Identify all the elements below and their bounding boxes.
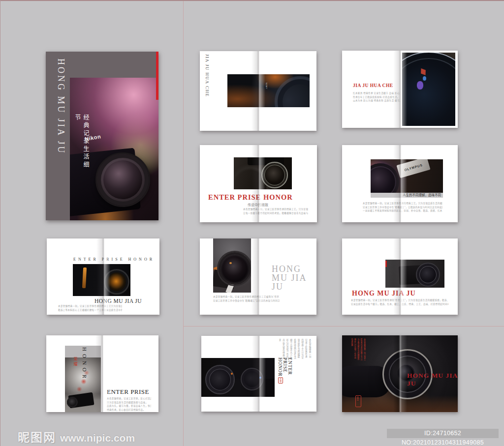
lens-topdown-photo (213, 238, 251, 293)
spread-title: ENTER PRISE (107, 388, 149, 396)
lens-closeup-photo (402, 53, 455, 126)
page-fold (252, 238, 265, 315)
lenses-photo (201, 358, 275, 397)
camera-lens-shape (261, 162, 288, 188)
seal-icon (278, 377, 283, 384)
vertical-title: ENTER PRISE HONOR (278, 357, 292, 390)
spread-mid-middle: ENTER PRISE HONOR 传说中的雅致 木色至臻经典一刻，记录工匠世界… (200, 145, 317, 222)
strip-accent-text: 荣耀 (72, 357, 78, 374)
dark-lens-photo: HONG MU JIA JU 木色至臻经典一刻 记录工匠世界传承的经典工艺 只为… (342, 335, 458, 412)
body-text-line: 以木为本 匠心为魂 经典永恒 品质生活 细节之美尽显不凡。 (353, 99, 400, 103)
camera-brand-label: OLYMPUS (397, 159, 431, 178)
vertical-body-text: 木色至臻经典一刻 记录工匠世界传承的经典工艺 只为呈现品质生活的细腻质感 匠心打… (350, 338, 366, 361)
camera-lens-shape (219, 252, 251, 285)
spread-r3-right: HONG MU JIA JU 木是至臻经典一刻，记录工匠世界传承的“传世工艺”，… (342, 238, 458, 315)
camera-lens-shape (402, 53, 455, 126)
body-text-line: 木色至臻经典，记录工匠世界，匠心打造品质，传承百年，记录生活细节之美每一刻， (107, 397, 151, 401)
site-url-text: www.nipic.com (60, 432, 135, 444)
body-text-line: 让每一处细节都经得起时间的考验，精雕细琢尽显非凡品味与格调。 (243, 211, 308, 215)
cover-tagline: 经典记录生活细节 (73, 114, 90, 173)
spread-title: HONG MU JIA JU (407, 372, 458, 387)
camera-lens-shape (205, 365, 235, 394)
body-text-line: 记录工匠世界工序中领会中生“精雕细工”让精选的木纹与时间沉淀共同成就不凡品质。 (213, 299, 280, 303)
body-text-line: 木色至臻经典一刻，记录工匠世界传承的经典工艺，只为呈现品质生活的细腻质感，经典记… (243, 208, 308, 211)
spread-heading: ENTER PRISE HONOR (208, 193, 293, 202)
top-border-line (0, 0, 504, 1)
left-border-line (0, 0, 0, 446)
grid-divider-horizontal (183, 326, 504, 327)
spread-title-line: MU JIA JU (272, 273, 316, 291)
red-accent-tick (385, 261, 387, 267)
body-text-line: 一丝丝细工不断发挥材料特质的匠心，原创、朴中自然、精选、质感、红木、品质特有。 (363, 209, 442, 213)
spread-r4-middle: ENTER PRISE HONOR 木色至臻经典一刻 记录工匠世界传承的经典工艺… (201, 336, 316, 412)
body-text-line: 传承百年工艺精选优质原料 打造品质生活， (353, 95, 400, 99)
body-text-line: 经典传承，匠心依旧打造经典作品。 (107, 408, 151, 412)
lens-accent-dot (231, 373, 233, 375)
grid-divider-vertical (183, 1, 184, 446)
body-text-line: 木是至臻经典一刻，记录工匠世界传承的经典工艺被称为“传世工艺”，只为呈现品质生活… (213, 295, 280, 299)
sony-camera-photo: SONY (227, 74, 310, 107)
camera-strap-photo (234, 157, 292, 189)
spread-kicker: ENTER PRISE HONOR (73, 257, 155, 262)
body-text-line: 只为呈现品质生活的细腻质感与品味， (107, 401, 151, 405)
spread-title-line: HONG (272, 265, 316, 273)
spread-title: HONG MU JIA JU (94, 298, 142, 304)
fujifilm-camera-photo (385, 260, 444, 288)
camera-lens-shape (104, 269, 129, 295)
camera-orange-photo (73, 264, 130, 296)
camera-lens-shape (241, 368, 263, 390)
cover-red-accent-bar (156, 52, 158, 100)
bokeh-light-shape (423, 76, 426, 81)
site-logo-text: 昵图网 (18, 428, 56, 445)
camera-lens-shape (416, 263, 440, 287)
camera-lens-shape (371, 163, 399, 193)
lens-accent-dot (259, 377, 261, 379)
body-text-line: 精选上等木料匠心工艺细细打磨每一个工序记录品质生活中的每个细节之美。 (58, 308, 122, 312)
spread-heading: JIA JU HUA CHE (353, 83, 393, 88)
olympus-camera-photo: OLYMPUS (371, 159, 443, 193)
body-text-line: 木是至臻经典一刻，记录工匠世界传承的“传世工艺”，只为呈现品质生活的细腻质感，精… (351, 298, 448, 302)
body-text-line: 木是至臻经典一刻，记录工匠世界传承的经典工艺，只为呈现品质生活的细腻质感，匠心打… (363, 202, 442, 206)
vertical-title-line: HONOR (278, 357, 283, 390)
spread-mid-right: OLYMPUS 人生的不同理解，品味不同 木是至臻经典一刻，记录工匠世界传承的经… (342, 145, 458, 222)
spread-r3-middle: 木是至臻经典一刻，记录工匠世界传承的经典工艺被称为“传世工艺”，只为呈现品质生活… (200, 238, 316, 315)
body-text-line: 记录工匠世界工序中领会中生“精雕细工”，让精选的木纹与时间沉淀共同成就不凡品质， (363, 206, 442, 209)
spread-side-title: JIA JU HUA CHE (205, 54, 210, 98)
camera-lens-shape (67, 397, 78, 408)
spread-r4-right: HONG MU JIA JU 木色至臻经典一刻 记录工匠世界传承的经典工艺 只为… (342, 335, 458, 412)
highlight-bar-shape (82, 268, 87, 288)
lens-glint-shape (229, 262, 232, 264)
vertical-title-line: ENTER PRISE (283, 357, 292, 375)
spread-r3-left: ENTER PRISE HONOR HONG MU JIA JU 木是至臻经典一… (47, 238, 159, 315)
spread-r4-left: HONOR 荣耀 ENTER PRISE 木色至臻经典，记录工匠世界，匠心打造品… (46, 335, 158, 412)
photo-caption-bar: 人生的不同理解，品味不同 (371, 193, 443, 198)
cover-spine-title: HONG MU JIA JU (56, 59, 66, 206)
body-text-line: 木是至臻经典一刻，记录工匠世界传承的经典工艺只为呈现品质生活的细腻质感， (58, 304, 122, 308)
spread-top-middle: JIA JU HUA CHE SONY (200, 51, 316, 131)
bokeh-light-shape (417, 81, 423, 89)
camera-lens-shape (95, 152, 150, 207)
body-text-line: 记录品质生活中每个细节，精选、红木、细工、品质、经典、工艺、品味、打造经得起时间… (351, 302, 448, 306)
seal-icon (355, 395, 361, 407)
vertical-body-text: 木色至臻经典一刻 记录工匠世界传承的经典工艺 只为呈现品质生活的细腻质感 经典记… (304, 339, 312, 360)
site-watermark: 昵图网 www.nipic.com (18, 428, 135, 445)
artwork-canvas: HONG MU JIA JU Nikon 经典记录生活细节 JIA JU HUA… (0, 0, 504, 446)
camera-lens-shape (275, 76, 310, 107)
spread-title: HONG MU JIA JU (352, 290, 416, 297)
camera-brand-label: SONY (265, 83, 268, 89)
spread-top-right: JIA JU HUA CHE 红木家具 经典传承 记录生活细节 品味 匠心工艺打… (342, 51, 458, 128)
strip-title: HONOR (82, 347, 88, 392)
body-text-line: 品质为先，细节为重，彰显品味人生，恒久留存经典， (107, 404, 151, 408)
body-text-line: 红木家具 经典传承 记录生活细节 品味 匠心工艺打造一刻， (353, 91, 400, 95)
brochure-cover: HONG MU JIA JU Nikon 经典记录生活细节 (46, 52, 158, 220)
image-id-label: ID:24710652 NO:20210123104311949085 (387, 429, 499, 438)
spread-subheading: 传说中的雅致 (248, 202, 268, 207)
